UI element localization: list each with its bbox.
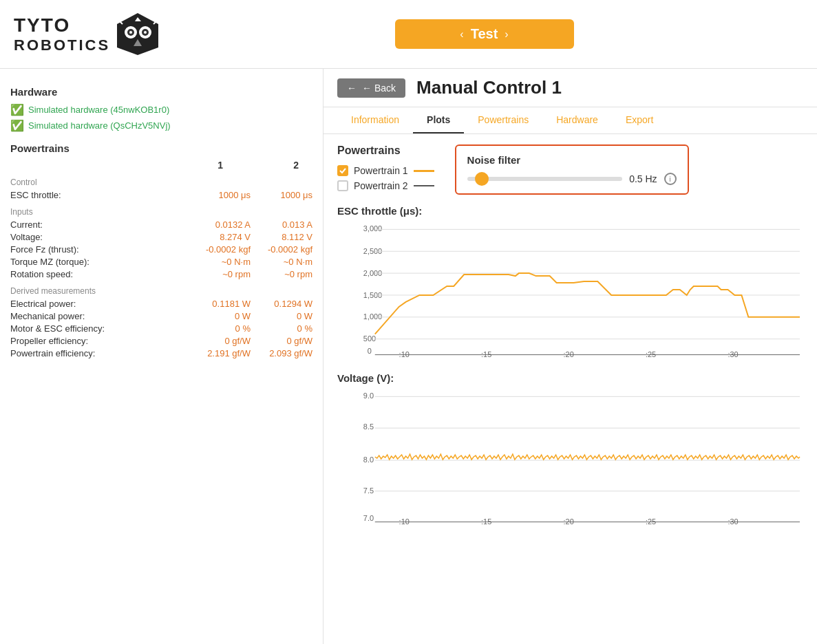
content-area: ← ← Back Manual Control 1 Information Pl… (323, 69, 817, 644)
pt-eff-val2: 2.093 gf/W (251, 348, 312, 358)
voltage-label: Voltage: (10, 232, 189, 242)
noise-filter-controls: 0.5 Hz i (467, 173, 677, 185)
motor-eff-val1: 0 % (189, 323, 251, 334)
voltage-chart: 9.0 8.5 8.0 7.5 7.0 :10 :15 (337, 388, 803, 526)
elec-power-val1: 0.1181 W (189, 299, 251, 309)
svg-text:8.0: 8.0 (363, 455, 374, 464)
svg-text::10: :10 (399, 350, 410, 358)
voltage-chart-title: Voltage (V): (337, 372, 803, 384)
svg-text::15: :15 (481, 350, 491, 358)
force-val2: -0.0002 kgf (251, 244, 312, 255)
esc-throttle-row: ESC throttle: 1000 μs 1000 μs (10, 190, 312, 200)
nav-test-label: Test (471, 26, 498, 42)
torque-val2: ~0 N·m (251, 257, 312, 267)
motor-eff-val2: 0 % (251, 323, 312, 334)
torque-val1: ~0 N·m (189, 257, 251, 267)
svg-text::30: :30 (728, 517, 738, 526)
powertrains-legend: Powertrains Powertrain 1 Powertrain 2 (337, 144, 434, 191)
check-icon-2: ✅ (10, 119, 24, 132)
test-nav-button[interactable]: ‹ Test › (395, 19, 574, 49)
svg-text:7.5: 7.5 (363, 486, 374, 495)
esc-throttle-chart-title: ESC throttle (μs): (337, 205, 803, 217)
nav-prev-arrow[interactable]: ‹ (453, 28, 470, 41)
svg-text:9.0: 9.0 (363, 391, 374, 400)
hw-item-2: ✅ Simulated hardware (QsCHzV5NVj) (10, 119, 312, 132)
back-button[interactable]: ← ← Back (337, 78, 405, 98)
svg-text::20: :20 (564, 350, 574, 358)
sidebar: Hardware ✅ Simulated hardware (45nwKOB1r… (0, 69, 323, 644)
voltage-val2: 8.112 V (251, 232, 312, 242)
pt-eff-label: Powertrain efficiency: (10, 348, 189, 358)
voltage-row: Voltage: 8.274 V 8.112 V (10, 232, 312, 242)
svg-text:1,000: 1,000 (363, 312, 382, 321)
mech-power-val2: 0 W (251, 311, 312, 321)
esc-throttle-val1: 1000 μs (189, 190, 251, 200)
logo-text: TYTO ROBOTICS (14, 14, 110, 54)
svg-text::25: :25 (646, 350, 656, 358)
current-label: Current: (10, 219, 189, 230)
tab-export[interactable]: Export (612, 107, 667, 133)
top-controls: Powertrains Powertrain 1 Powertrain 2 (337, 144, 803, 195)
motor-eff-row: Motor & ESC efficiency: 0 % 0 % (10, 323, 312, 334)
tab-plots[interactable]: Plots (413, 107, 464, 133)
prop-eff-row: Propeller efficiency: 0 gf/W 0 gf/W (10, 336, 312, 346)
rotation-val2: ~0 rpm (251, 269, 312, 279)
rotation-val1: ~0 rpm (189, 269, 251, 279)
nav-next-arrow[interactable]: › (498, 28, 515, 41)
tab-powertrains[interactable]: Powertrains (464, 107, 542, 133)
svg-point-6 (144, 31, 147, 34)
pt-eff-val1: 2.191 gf/W (189, 348, 251, 358)
svg-text::30: :30 (728, 350, 738, 358)
tab-bar: Information Plots Powertrains Hardware E… (323, 107, 817, 134)
elec-power-row: Electrical power: 0.1181 W 0.1294 W (10, 299, 312, 309)
pt-eff-row: Powertrain efficiency: 2.191 gf/W 2.093 … (10, 348, 312, 358)
powertrains-section: Powertrains 1 2 Control ESC throttle: 10… (10, 142, 312, 358)
content-header: ← ← Back Manual Control 1 (323, 69, 817, 107)
svg-text:0: 0 (368, 347, 372, 355)
force-val1: -0.0002 kgf (189, 244, 251, 255)
svg-text::15: :15 (481, 517, 491, 526)
hardware-section-title: Hardware (10, 86, 312, 98)
elec-power-label: Electrical power: (10, 299, 189, 309)
force-label: Force Fz (thrust): (10, 244, 189, 255)
tab-information[interactable]: Information (337, 107, 413, 133)
check-icon-1: ✅ (10, 103, 24, 116)
pt1-line-indicator (414, 170, 434, 172)
pt1-legend-label: Powertrain 1 (354, 165, 408, 176)
prop-eff-val1: 0 gf/W (189, 336, 251, 346)
current-row: Current: 0.0132 A 0.013 A (10, 219, 312, 230)
svg-point-5 (129, 31, 132, 34)
svg-text:500: 500 (363, 334, 376, 343)
plots-area: Powertrains Powertrain 1 Powertrain 2 (323, 134, 817, 644)
powertrains-section-title: Powertrains (10, 142, 312, 154)
noise-filter-slider-track (467, 177, 623, 181)
motor-eff-label: Motor & ESC efficiency: (10, 323, 189, 334)
hw-item-1-label: Simulated hardware (45nwKOB1r0) (28, 105, 169, 115)
rotation-label: Rotation speed: (10, 269, 189, 279)
esc-throttle-val2: 1000 μs (251, 190, 312, 200)
torque-label: Torque MZ (torque): (10, 257, 189, 267)
svg-text:8.5: 8.5 (363, 422, 374, 431)
svg-text:7.0: 7.0 (363, 514, 374, 522)
svg-text::25: :25 (646, 517, 656, 526)
logo-area: TYTO ROBOTICS (14, 12, 165, 56)
pt1-checkbox[interactable] (337, 165, 348, 176)
mech-power-row: Mechanical power: 0 W 0 W (10, 311, 312, 321)
hw-item-2-label: Simulated hardware (QsCHzV5NVj) (28, 120, 171, 131)
pt2-checkbox[interactable] (337, 180, 348, 191)
noise-filter-info-icon[interactable]: i (664, 173, 677, 185)
app-header: TYTO ROBOTICS ‹ Test › (0, 0, 817, 69)
svg-text:3,000: 3,000 (363, 224, 382, 233)
pt-column-headers: 1 2 (10, 160, 312, 171)
pt2-line-indicator (414, 185, 434, 186)
svg-text::10: :10 (399, 517, 410, 526)
tab-hardware[interactable]: Hardware (542, 107, 612, 133)
torque-row: Torque MZ (torque): ~0 N·m ~0 N·m (10, 257, 312, 267)
noise-filter-value: 0.5 Hz (629, 173, 657, 184)
hw-item-1: ✅ Simulated hardware (45nwKOB1r0) (10, 103, 312, 116)
svg-text::20: :20 (564, 517, 574, 526)
noise-filter-slider-thumb[interactable] (475, 172, 489, 186)
back-arrow-icon: ← (347, 83, 357, 94)
inputs-category: Inputs (10, 207, 312, 217)
voltage-chart-section: Voltage (V): 9.0 8.5 8.0 7.5 7.0 (337, 372, 803, 526)
